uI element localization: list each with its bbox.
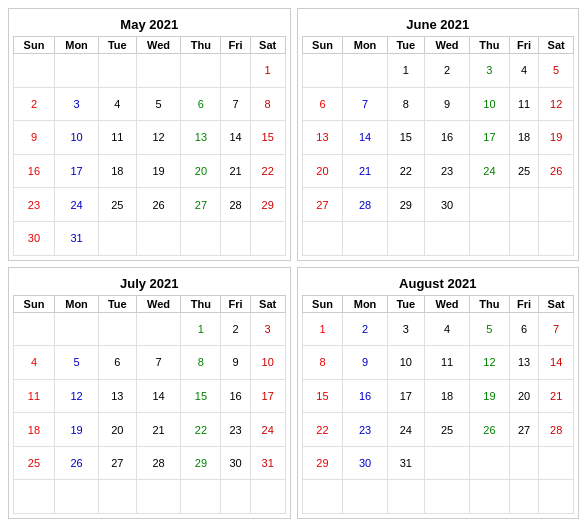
day-cell bbox=[343, 221, 387, 255]
day-cell: 9 bbox=[221, 346, 250, 380]
col-header-tue: Tue bbox=[387, 37, 424, 54]
day-cell: 5 bbox=[54, 346, 98, 380]
day-cell: 19 bbox=[469, 379, 509, 413]
day-cell: 26 bbox=[539, 154, 574, 188]
day-cell: 18 bbox=[99, 154, 136, 188]
day-cell: 25 bbox=[14, 446, 55, 480]
day-cell: 16 bbox=[343, 379, 387, 413]
calendar-title-aug2021: August 2021 bbox=[302, 272, 575, 295]
day-cell: 25 bbox=[425, 413, 470, 447]
calendar-title-jul2021: July 2021 bbox=[13, 272, 286, 295]
day-cell: 17 bbox=[387, 379, 424, 413]
table-row: 12345 bbox=[302, 54, 574, 88]
day-cell: 27 bbox=[509, 413, 538, 447]
day-cell: 18 bbox=[425, 379, 470, 413]
day-cell bbox=[509, 221, 538, 255]
col-header-mon: Mon bbox=[343, 37, 387, 54]
day-cell: 19 bbox=[54, 413, 98, 447]
day-cell: 25 bbox=[99, 188, 136, 222]
calendar-title-may2021: May 2021 bbox=[13, 13, 286, 36]
day-cell: 6 bbox=[99, 346, 136, 380]
day-cell: 14 bbox=[136, 379, 181, 413]
day-cell: 7 bbox=[539, 312, 574, 346]
day-cell: 3 bbox=[469, 54, 509, 88]
day-cell: 14 bbox=[343, 121, 387, 155]
day-cell bbox=[14, 312, 55, 346]
day-cell bbox=[136, 480, 181, 514]
day-cell: 22 bbox=[302, 413, 343, 447]
col-header-sat: Sat bbox=[250, 37, 285, 54]
day-cell bbox=[181, 221, 221, 255]
col-header-wed: Wed bbox=[136, 37, 181, 54]
day-cell: 1 bbox=[302, 312, 343, 346]
day-cell bbox=[343, 480, 387, 514]
day-cell bbox=[469, 221, 509, 255]
day-cell: 17 bbox=[469, 121, 509, 155]
day-cell: 29 bbox=[387, 188, 424, 222]
day-cell: 23 bbox=[14, 188, 55, 222]
day-cell: 15 bbox=[250, 121, 285, 155]
table-row bbox=[302, 480, 574, 514]
day-cell bbox=[99, 480, 136, 514]
day-cell: 12 bbox=[136, 121, 181, 155]
day-cell: 26 bbox=[136, 188, 181, 222]
day-cell: 20 bbox=[181, 154, 221, 188]
col-header-sat: Sat bbox=[250, 295, 285, 312]
day-cell bbox=[54, 312, 98, 346]
day-cell bbox=[509, 188, 538, 222]
day-cell bbox=[539, 446, 574, 480]
day-cell: 30 bbox=[343, 446, 387, 480]
day-cell: 20 bbox=[302, 154, 343, 188]
day-cell: 21 bbox=[136, 413, 181, 447]
day-cell: 17 bbox=[250, 379, 285, 413]
table-row: 18192021222324 bbox=[14, 413, 286, 447]
day-cell: 19 bbox=[136, 154, 181, 188]
day-cell bbox=[469, 188, 509, 222]
day-cell: 12 bbox=[539, 87, 574, 121]
day-cell: 3 bbox=[54, 87, 98, 121]
day-cell bbox=[99, 221, 136, 255]
day-cell: 4 bbox=[14, 346, 55, 380]
day-cell: 29 bbox=[250, 188, 285, 222]
day-cell bbox=[99, 54, 136, 88]
day-cell: 15 bbox=[387, 121, 424, 155]
day-cell bbox=[99, 312, 136, 346]
day-cell: 3 bbox=[387, 312, 424, 346]
table-row: 27282930 bbox=[302, 188, 574, 222]
day-cell: 31 bbox=[387, 446, 424, 480]
day-cell bbox=[54, 480, 98, 514]
day-cell bbox=[181, 480, 221, 514]
table-row: 1 bbox=[14, 54, 286, 88]
table-row: 891011121314 bbox=[302, 346, 574, 380]
day-cell: 27 bbox=[302, 188, 343, 222]
day-cell: 8 bbox=[181, 346, 221, 380]
day-cell: 28 bbox=[343, 188, 387, 222]
day-cell bbox=[221, 54, 250, 88]
day-cell bbox=[136, 312, 181, 346]
table-row: 3031 bbox=[14, 221, 286, 255]
day-cell: 29 bbox=[181, 446, 221, 480]
day-cell: 13 bbox=[509, 346, 538, 380]
day-cell bbox=[539, 221, 574, 255]
day-cell bbox=[387, 480, 424, 514]
day-cell: 10 bbox=[469, 87, 509, 121]
table-row: 6789101112 bbox=[302, 87, 574, 121]
col-header-sun: Sun bbox=[14, 295, 55, 312]
table-row: 22232425262728 bbox=[302, 413, 574, 447]
day-cell bbox=[14, 54, 55, 88]
day-cell: 10 bbox=[387, 346, 424, 380]
day-cell: 7 bbox=[136, 346, 181, 380]
day-cell: 1 bbox=[250, 54, 285, 88]
day-cell: 10 bbox=[54, 121, 98, 155]
day-cell: 24 bbox=[250, 413, 285, 447]
table-row: 9101112131415 bbox=[14, 121, 286, 155]
day-cell: 27 bbox=[181, 188, 221, 222]
col-header-mon: Mon bbox=[54, 295, 98, 312]
day-cell: 13 bbox=[302, 121, 343, 155]
day-cell: 14 bbox=[221, 121, 250, 155]
calendar-table-jul2021: SunMonTueWedThuFriSat1234567891011121314… bbox=[13, 295, 286, 515]
day-cell: 11 bbox=[425, 346, 470, 380]
day-cell bbox=[221, 221, 250, 255]
day-cell: 4 bbox=[509, 54, 538, 88]
table-row: 15161718192021 bbox=[302, 379, 574, 413]
